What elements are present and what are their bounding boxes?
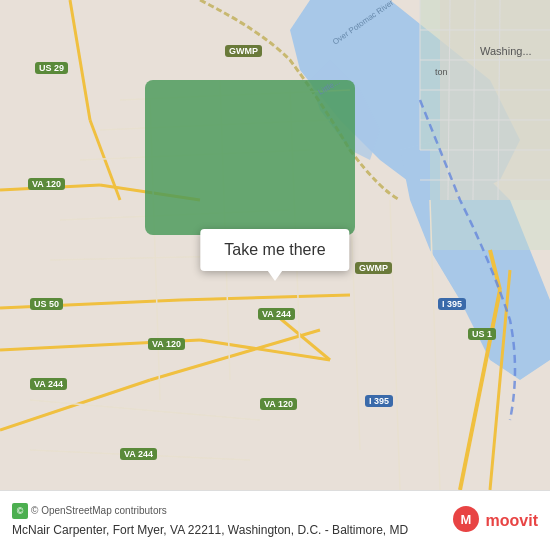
bottom-bar: © © OpenStreetMap contributors McNair Ca… <box>0 490 550 550</box>
moovit-brand-text: moovit <box>486 512 538 530</box>
badge-us1: US 1 <box>468 328 496 340</box>
badge-va120a: VA 120 <box>28 178 65 190</box>
map-container: Washing... ton Little... Over Potomac Ri… <box>0 0 550 490</box>
badge-va120b: VA 120 <box>148 338 185 350</box>
moovit-icon: M <box>450 505 482 537</box>
osm-logo-icon: © <box>12 503 28 519</box>
svg-text:M: M <box>460 512 471 527</box>
osm-text: © OpenStreetMap contributors <box>31 505 167 516</box>
badge-i395b: I 395 <box>365 395 393 407</box>
svg-text:Washing...: Washing... <box>480 45 532 57</box>
osm-attribution: © © OpenStreetMap contributors <box>12 503 450 519</box>
address-text: McNair Carpenter, Fort Myer, VA 22211, W… <box>12 523 450 539</box>
map-pin <box>265 267 285 281</box>
badge-va120c: VA 120 <box>260 398 297 410</box>
badge-va244c: VA 244 <box>258 308 295 320</box>
bottom-left-info: © © OpenStreetMap contributors McNair Ca… <box>12 503 450 539</box>
badge-va244: VA 244 <box>30 378 67 390</box>
svg-text:ton: ton <box>435 67 448 77</box>
moovit-logo: M moovit <box>450 505 538 537</box>
badge-i395a: I 395 <box>438 298 466 310</box>
badge-gwmp2: GWMP <box>355 262 392 274</box>
svg-rect-41 <box>145 80 355 235</box>
badge-us29: US 29 <box>35 62 68 74</box>
take-me-there-button[interactable]: Take me there <box>200 229 349 271</box>
badge-va244b: VA 244 <box>120 448 157 460</box>
badge-gwmp1: GWMP <box>225 45 262 57</box>
badge-us50: US 50 <box>30 298 63 310</box>
